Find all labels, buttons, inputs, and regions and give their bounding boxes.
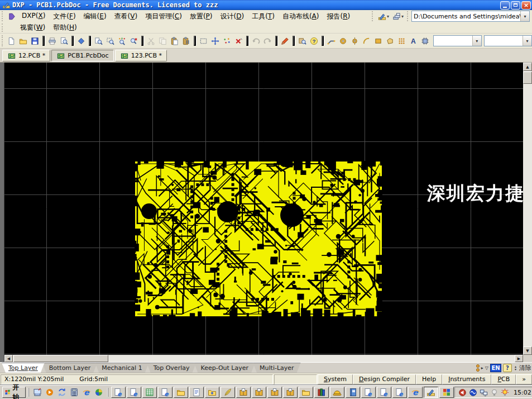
dxp-system-menu-button[interactable] (6, 11, 18, 22)
taskbar-button-iepage[interactable] (158, 387, 172, 398)
toolbar-place-line-button[interactable] (325, 35, 337, 47)
toolbar-place-fill-button[interactable] (372, 35, 384, 47)
toolbar-combo-2[interactable]: ▾ (484, 35, 532, 46)
toolbar-find-component-button[interactable] (296, 35, 308, 47)
taskbar-button-ie[interactable] (408, 387, 423, 398)
toolbar-place-polygon-button[interactable] (384, 35, 396, 47)
scroll-left-button[interactable]: ◀ (4, 355, 13, 362)
taskbar-button-package[interactable] (267, 387, 282, 398)
combo-dropdown-button[interactable]: ▾ (523, 36, 531, 46)
horizontal-scroll-thumb[interactable] (13, 355, 108, 362)
taskbar-button-books[interactable] (314, 387, 329, 398)
document-tab-123-pcb[interactable]: 123.PCB * (115, 50, 167, 61)
taskbar-button-helmet[interactable] (330, 387, 344, 398)
taskbar-button-notebook[interactable] (346, 387, 360, 398)
tray-network-connection[interactable] (480, 388, 488, 397)
clear-label[interactable]: 清除 (519, 364, 531, 372)
taskbar-button-folder[interactable] (299, 387, 313, 398)
toolbar-interactive-routing-button[interactable] (279, 35, 291, 47)
toolbar-place-string-button[interactable] (408, 35, 419, 47)
wiring-toolbar-button[interactable]: ▾ (376, 11, 391, 22)
taskbar-button-colorful[interactable] (439, 387, 454, 398)
scroll-up-button[interactable]: ▲ (523, 63, 532, 71)
tray-indicator-on[interactable] (501, 388, 509, 397)
toolbar-grip[interactable] (2, 35, 4, 47)
taskbar-button-iepage[interactable] (111, 387, 126, 398)
quicklaunch-sync-center[interactable] (56, 387, 68, 398)
taskbar-button-folder[interactable] (174, 387, 188, 398)
menu-design[interactable]: 设计(D) (217, 11, 248, 22)
menu-autoroute[interactable]: 自动布线(A) (279, 11, 323, 22)
quicklaunch-media-player[interactable] (44, 387, 56, 398)
pcb-editor-canvas-area[interactable]: 深圳宏力捷 (4, 63, 523, 355)
taskbar-button-iepage[interactable] (377, 387, 391, 398)
layer-tab-top-layer[interactable]: Top Layer (2, 363, 45, 373)
panel-button-more-panels[interactable]: » (516, 374, 532, 384)
dropdown-arrow-icon[interactable]: ▾ (387, 14, 389, 19)
tray-audio-eq[interactable] (469, 388, 477, 397)
layer-tab-keep-out-layer[interactable]: Keep-Out Layer (194, 363, 255, 373)
quicklaunch-internet-explorer[interactable] (80, 387, 93, 398)
toolbar-grip[interactable] (2, 11, 4, 21)
toolbar-grip[interactable] (407, 11, 410, 21)
panel-button-design-compiler[interactable]: Design Compiler (353, 374, 416, 384)
menu-file[interactable]: 文件(F) (49, 11, 79, 22)
panel-button-pcb[interactable]: PCB (491, 374, 516, 384)
menu-reports[interactable]: 报告(R) (323, 11, 354, 22)
quicklaunch-calculator[interactable] (68, 387, 80, 398)
scroll-right-button[interactable]: ▶ (515, 355, 523, 362)
quicklaunch-network-places[interactable] (93, 387, 105, 398)
toolbar-undo-button[interactable] (250, 35, 262, 47)
toolbar-zoom-selected-button[interactable] (128, 35, 140, 47)
taskbar-button-notepad[interactable] (189, 387, 204, 398)
toolbar-print-button[interactable] (46, 35, 58, 47)
toolbar-new-document-button[interactable] (6, 35, 17, 47)
file-path-combobox[interactable]: D:\Documents and Settings\midea\桌面 ▾ (411, 11, 530, 22)
toolbar-grip[interactable] (372, 11, 375, 21)
layer-tab-multi-layer[interactable]: Multi-Layer (253, 363, 301, 373)
toolbar-paste-button[interactable] (169, 35, 180, 47)
minimize-button[interactable] (500, 1, 510, 10)
toolbar-copy-button[interactable] (157, 35, 169, 47)
tray-volume[interactable] (458, 388, 467, 397)
combo-dropdown-button[interactable]: ▾ (520, 11, 529, 21)
horizontal-scrollbar[interactable]: ◀ ▶ (4, 355, 523, 362)
taskbar-button-iepage[interactable] (127, 387, 141, 398)
toolbar-cut-button[interactable] (145, 35, 157, 47)
document-tab-pcb1-pcbdoc[interactable]: PCB1.PcbDoc (51, 50, 113, 61)
toolbar-grip[interactable] (2, 23, 4, 32)
scroll-tabs-right-icon[interactable]: ▸ (481, 365, 483, 370)
taskbar-grip[interactable] (28, 388, 29, 397)
toolbar-deselect-all-button[interactable] (221, 35, 233, 47)
menu-help[interactable]: 帮助(H) (49, 22, 80, 34)
dropdown-arrow-icon[interactable]: ▾ (401, 14, 404, 19)
taskbar-button-package[interactable] (283, 387, 298, 398)
toolbar-select-area-button[interactable] (198, 35, 209, 47)
scroll-down-button[interactable]: ▼ (523, 346, 532, 355)
taskbar-button-package[interactable] (236, 387, 251, 398)
close-button[interactable]: × (521, 1, 531, 10)
toolbar-paste-array-button[interactable] (396, 35, 408, 47)
toolbar-fit-document-button[interactable] (93, 35, 104, 47)
panel-button-help[interactable]: Help (416, 374, 442, 384)
menu-tools[interactable]: 工具(T) (248, 11, 279, 22)
layer-tab-bottom-layer[interactable]: Bottom Layer (42, 363, 98, 373)
vertical-scrollbar[interactable]: ▲ ▼ (523, 63, 532, 355)
taskbar-button-dxp-active[interactable] (424, 387, 438, 398)
quicklaunch-show-desktop[interactable] (31, 387, 44, 398)
menu-window[interactable]: 视窗(W) (16, 22, 49, 34)
taskbar-button-package[interactable] (252, 387, 266, 398)
panel-button-system[interactable]: System (318, 374, 353, 384)
toolbar-paste-special-button[interactable] (180, 35, 192, 47)
toolbar-browse-pcb-button[interactable] (75, 35, 87, 47)
toolbar-clear-filter-button[interactable] (233, 35, 245, 47)
menu-project[interactable]: 项目管理(C) (141, 11, 186, 22)
start-button[interactable]: 开始 (2, 387, 26, 398)
language-indicator[interactable]: EN (490, 364, 501, 372)
panel-options-icon[interactable] (475, 364, 480, 371)
taskbar-button-excel[interactable] (142, 387, 157, 398)
taskbar-button-feather[interactable] (221, 387, 235, 398)
layer-tab-top-overlay[interactable]: Top Overlay (147, 363, 196, 373)
menu-view[interactable]: 查看(V) (111, 11, 142, 22)
taskbar-grip[interactable] (107, 388, 108, 397)
